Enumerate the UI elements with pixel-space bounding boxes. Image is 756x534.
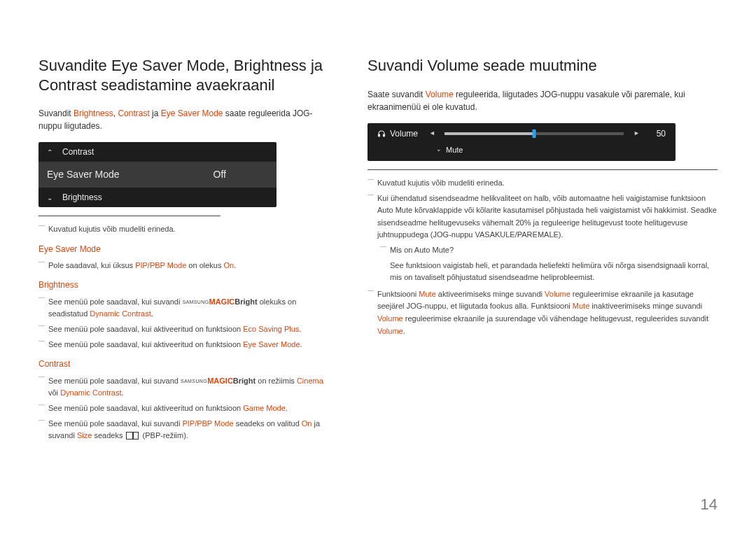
left-intro: Suvandit Brightness, Contrast ja Eye Sav…	[38, 107, 329, 132]
ct-bullet-3: See menüü pole saadaval, kui suvandi PIP…	[38, 418, 329, 442]
left-heading: Suvandite Eye Saver Mode, Brightness ja …	[38, 56, 329, 94]
triangle-right-icon: ►	[634, 129, 639, 139]
pbp-icon	[126, 432, 139, 440]
chevron-down-icon: ⌄	[436, 145, 442, 155]
right-heading: Suvandi Volume seade muutmine	[368, 56, 718, 76]
left-column: Suvandite Eye Saver Mode, Brightness ja …	[38, 56, 329, 445]
volume-value: 50	[649, 127, 666, 140]
osd-mute-row: ⌄ Mute	[368, 144, 676, 162]
chevron-down-icon: ⌄	[47, 192, 55, 203]
right-intro: Saate suvandit Volume reguleerida, liigu…	[368, 88, 718, 113]
osd-contrast-row: ⌃ Contrast	[38, 142, 276, 162]
svg-rect-0	[379, 134, 380, 136]
br-bullet-3: See menüü pole saadaval, kui aktiveeritu…	[38, 339, 329, 351]
esm-bullet-1: Pole saadaval, kui üksus PIP/PBP Mode on…	[38, 260, 329, 272]
divider	[368, 169, 718, 170]
hl-eyesaver: Eye Saver Mode	[161, 108, 223, 118]
volume-fill	[444, 132, 534, 135]
hl-contrast: Contrast	[118, 108, 149, 118]
right-note: Kuvatud kujutis võib mudeliti erineda.	[368, 177, 718, 190]
svg-rect-1	[384, 134, 385, 136]
divider	[38, 216, 220, 216]
headphone-icon	[377, 129, 386, 138]
r-bullet-3: Funktsiooni Mute aktiveerimiseks minge s…	[368, 288, 718, 337]
triangle-left-icon: ◄	[429, 129, 435, 139]
br-bullet-1: See menüü pole saadaval, kui suvandi SAM…	[38, 295, 329, 321]
right-column: Suvandi Volume seade muutmine Saate suva…	[368, 56, 718, 445]
sub-brightness: Brightness	[38, 279, 329, 291]
volume-thumb	[533, 129, 536, 138]
br-bullet-2: See menüü pole saadaval, kui aktiveeritu…	[38, 323, 329, 336]
osd-selected-row: Eye Saver Mode Off	[38, 162, 276, 188]
page-number: 14	[701, 493, 718, 516]
hl-brightness: Brightness	[74, 108, 113, 118]
osd-brightness-label: Brightness	[62, 191, 102, 204]
osd-esm-label: Eye Saver Mode	[47, 167, 120, 182]
sub-eyesaver: Eye Saver Mode	[38, 243, 329, 255]
mute-label: Mute	[446, 144, 463, 156]
volume-track	[444, 132, 624, 135]
r-bullet-2-nested-q: Mis on Auto Mute?	[380, 244, 718, 257]
osd-esm-value: Off	[214, 167, 268, 182]
hl-volume: Volume	[426, 90, 454, 99]
r-bullet-2: Kui ühendatud sisendseadme helikvaliteet…	[368, 192, 718, 241]
r-bullet-2-nested-a: See funktsioon vaigistab heli, et parand…	[368, 260, 718, 284]
ct-bullet-2: See menüü pole saadaval, kui aktiveeritu…	[38, 402, 329, 415]
volume-label: Volume	[390, 127, 418, 140]
osd-volume: Volume ◄ ► 50 ⌄ Mute	[368, 123, 676, 162]
osd-volume-row: Volume ◄ ► 50	[368, 123, 676, 144]
ct-bullet-1: See menüü pole saadaval, kui suvand SAMS…	[38, 374, 329, 400]
osd-contrast-label: Contrast	[62, 146, 94, 158]
sub-contrast: Contrast	[38, 358, 329, 370]
osd-brightness-row: ⌄ Brightness	[38, 188, 276, 207]
left-note: Kuvatud kujutis võib mudeliti erineda.	[38, 223, 329, 236]
chevron-up-icon: ⌃	[47, 147, 55, 157]
osd-eyesaver: ⌃ Contrast Eye Saver Mode Off ⌄ Brightne…	[38, 142, 276, 207]
